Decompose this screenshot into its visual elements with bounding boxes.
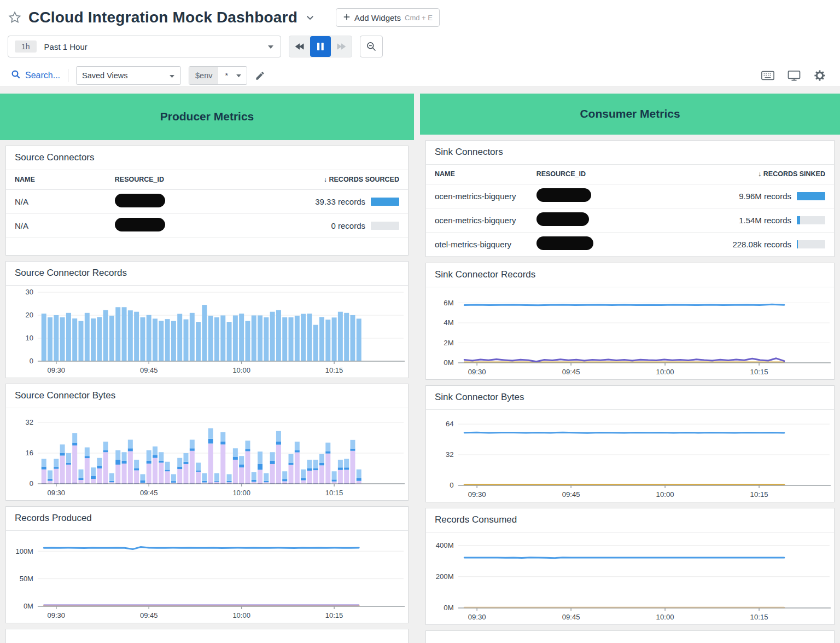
settings-gear-icon[interactable] [814, 69, 826, 82]
playback-controls [289, 36, 352, 57]
source-connector-records-chart[interactable]: 010203009:3009:4510:0010:15 [6, 286, 408, 378]
widget-title: Sink Connector Bytes [426, 386, 834, 410]
redacted-resource-id [536, 188, 591, 202]
table-row[interactable]: N/A0 records [6, 214, 408, 238]
records-consumed-chart[interactable]: 0M200M400M09:3009:4510:0010:15 [426, 532, 834, 625]
connector-name: ocen-metrics-bigquery [435, 192, 536, 201]
template-variable-env[interactable]: $env * [189, 66, 247, 85]
svg-text:10:15: 10:15 [750, 490, 768, 499]
rewind-button[interactable] [289, 36, 310, 57]
partial-widget [5, 629, 409, 643]
source-connector-bytes-chart[interactable]: 0163209:3009:4510:0010:15 [6, 408, 408, 501]
column-header-resource-id[interactable]: RESOURCE_ID [536, 170, 669, 178]
records-bar [797, 192, 825, 200]
page-title: CCloud Integration Mock Dashboard [28, 9, 298, 26]
table-row[interactable]: N/A39.33 records [6, 190, 408, 214]
widget-title: Sink Connectors [426, 141, 834, 165]
svg-text:10:00: 10:00 [656, 490, 674, 499]
records-consumed-widget[interactable]: Records Consumed 0M200M400M09:3009:4510:… [425, 508, 835, 625]
svg-text:10:15: 10:15 [750, 368, 768, 376]
column-header-records-sinked[interactable]: ↓ RECORDS SINKED [669, 170, 825, 178]
svg-text:10: 10 [25, 334, 33, 342]
svg-text:09:45: 09:45 [562, 613, 580, 621]
widget-title: Source Connectors [6, 146, 408, 170]
edit-pencil-icon[interactable] [255, 71, 265, 81]
shortcut-hint: Cmd + E [405, 14, 433, 22]
records-produced-widget[interactable]: Records Produced 0M50M100M09:3009:4510:0… [5, 506, 409, 623]
sort-descending-icon: ↓ [324, 176, 327, 183]
keyboard-shortcuts-icon[interactable] [761, 71, 774, 80]
records-bar [371, 198, 399, 206]
widget-title: Records Consumed [426, 508, 834, 532]
records-bar [371, 222, 399, 230]
widget-title: Source Connector Records [6, 262, 408, 286]
zoom-out-button[interactable] [360, 36, 383, 57]
records-value: 9.96M records [739, 192, 791, 201]
connector-name: ocen-metrics-bigquery [435, 216, 536, 225]
fast-forward-button[interactable] [331, 36, 352, 57]
svg-text:20: 20 [25, 311, 33, 319]
tv-mode-icon[interactable] [788, 70, 801, 81]
records-bar [797, 240, 825, 248]
sink-connectors-widget[interactable]: Sink Connectors NAME RESOURCE_ID ↓ RECOR… [425, 140, 835, 257]
svg-text:6M: 6M [444, 299, 453, 307]
records-value: 228.08k records [732, 240, 791, 249]
column-header-name[interactable]: NAME [435, 170, 536, 178]
svg-text:32: 32 [25, 418, 33, 426]
records-value: 1.54M records [739, 216, 791, 225]
sink-connector-bytes-chart[interactable]: 0326409:3009:4510:0010:15 [426, 410, 834, 502]
column-header-resource-id[interactable]: RESOURCE_ID [115, 176, 246, 183]
svg-text:0M: 0M [24, 602, 33, 610]
divider [68, 69, 68, 82]
sink-connector-records-chart[interactable]: 0M2M4M6M09:3009:4510:0010:15 [426, 287, 834, 380]
svg-text:64: 64 [446, 420, 454, 428]
svg-text:09:30: 09:30 [48, 366, 65, 374]
connector-name: otel-metrics-bigquery [435, 240, 536, 249]
sink-connector-bytes-widget[interactable]: Sink Connector Bytes 0326409:3009:4510:0… [425, 385, 835, 502]
time-range-select[interactable]: 1h Past 1 Hour [8, 36, 281, 57]
records-produced-chart[interactable]: 0M50M100M09:3009:4510:0010:15 [6, 531, 408, 623]
widget-title: Source Connector Bytes [6, 384, 408, 408]
search-input[interactable]: Search... [8, 69, 60, 82]
svg-text:0: 0 [30, 357, 33, 365]
column-header-records-sourced[interactable]: ↓ RECORDS SOURCED [246, 176, 399, 183]
svg-text:200M: 200M [436, 572, 454, 581]
table-row[interactable]: ocen-metrics-bigquery9.96M records [426, 184, 834, 208]
table-row[interactable]: ocen-metrics-bigquery1.54M records [426, 208, 834, 233]
svg-text:09:30: 09:30 [468, 490, 486, 499]
caret-down-icon [169, 71, 175, 80]
svg-text:32: 32 [446, 450, 454, 459]
svg-text:10:00: 10:00 [232, 489, 250, 497]
add-widgets-button[interactable]: Add Widgets Cmd + E [336, 8, 440, 27]
svg-text:100M: 100M [15, 547, 33, 555]
svg-text:10:00: 10:00 [232, 611, 250, 619]
source-connector-bytes-widget[interactable]: Source Connector Bytes 0163209:3009:4510… [5, 384, 409, 501]
connector-name: N/A [15, 197, 115, 206]
svg-text:09:45: 09:45 [140, 611, 158, 619]
column-header-name[interactable]: NAME [15, 176, 115, 183]
svg-text:10:15: 10:15 [750, 613, 768, 621]
svg-text:09:30: 09:30 [48, 611, 65, 619]
producer-column: Producer Metrics Source Connectors NAME … [0, 87, 414, 643]
redacted-resource-id [115, 194, 165, 207]
title-chevron-down-icon[interactable] [305, 13, 315, 22]
records-value: 39.33 records [315, 197, 365, 206]
sink-connector-records-widget[interactable]: Sink Connector Records 0M2M4M6M09:3009:4… [425, 263, 835, 380]
svg-text:10:00: 10:00 [656, 613, 674, 621]
redacted-resource-id [115, 218, 165, 231]
svg-text:0: 0 [450, 481, 453, 489]
time-range-badge: 1h [15, 40, 37, 53]
table-header: NAME RESOURCE_ID ↓ RECORDS SINKED [426, 165, 834, 184]
dashboard-header: CCloud Integration Mock Dashboard Add Wi… [0, 0, 840, 86]
saved-views-select[interactable]: Saved Views [76, 66, 181, 85]
source-connector-records-widget[interactable]: Source Connector Records 010203009:3009:… [5, 261, 409, 378]
svg-text:16: 16 [25, 449, 33, 457]
dashboard-canvas: Producer Metrics Source Connectors NAME … [0, 86, 840, 643]
svg-text:2M: 2M [444, 339, 453, 347]
favorite-star-icon[interactable] [8, 10, 22, 25]
pause-button[interactable] [310, 36, 331, 57]
table-row[interactable]: otel-metrics-bigquery228.08k records [426, 233, 834, 257]
source-connectors-widget[interactable]: Source Connectors NAME RESOURCE_ID ↓ REC… [5, 146, 409, 256]
redacted-resource-id [536, 212, 589, 226]
svg-text:10:00: 10:00 [232, 366, 250, 374]
